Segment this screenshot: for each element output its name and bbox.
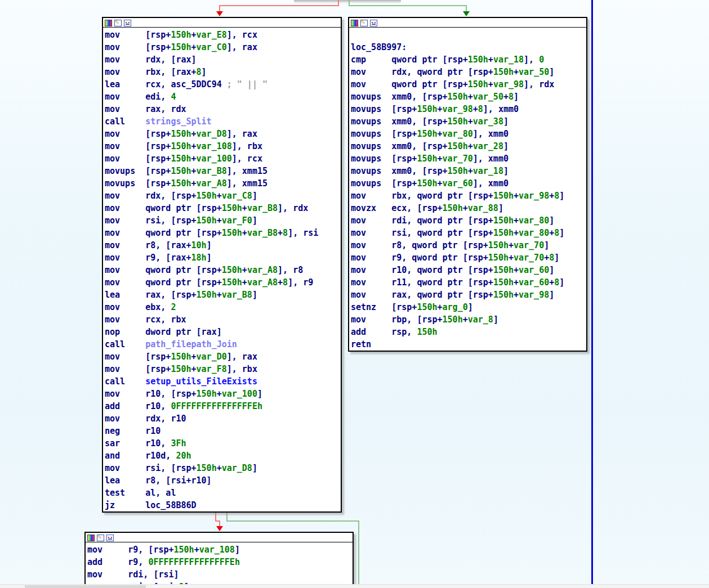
asm-line[interactable]: mov r10, [rsp+150h+var_100] — [105, 388, 341, 400]
asm-token: 150h — [197, 290, 217, 300]
asm-line[interactable]: mov rsi, [rsp+150h+var_F0] — [105, 214, 341, 227]
asm-line[interactable]: movups [rsp+150h+var_60], xmm0 — [351, 177, 586, 190]
asm-line[interactable]: test al, al — [105, 487, 341, 499]
asm-line[interactable]: mov rbp, [rsp+150h+var_8] — [351, 313, 586, 326]
asm-line[interactable]: loc_58B997: — [351, 41, 586, 53]
basic-block-top-left[interactable]: mov [rsp+150h+var_E8], rcxmov [rsp+150h+… — [102, 17, 342, 513]
horizontal-scrollbar[interactable] — [0, 584, 709, 588]
asm-line[interactable]: cmp qword ptr [rsp+150h+var_18], 0 — [351, 53, 586, 66]
node-color-icon[interactable] — [87, 535, 95, 541]
asm-line[interactable]: mov rdx, [rax] — [105, 53, 341, 66]
asm-token: + — [503, 92, 509, 102]
asm-line[interactable]: movups [rsp+150h+var_B8], xmm15 — [105, 165, 341, 177]
basic-block-bottom[interactable]: mov r9, [rsp+150h+var_108]add r9, 0FFFFF… — [84, 532, 354, 588]
asm-line[interactable]: setnz [rsp+150h+arg_0] — [351, 301, 586, 313]
asm-line[interactable]: movups [rsp+150h+var_80], xmm0 — [351, 128, 586, 140]
asm-token: var_100 — [222, 389, 257, 399]
asm-token: + — [488, 79, 493, 89]
asm-line[interactable]: mov rsi, qword ptr [rsp+150h+var_80+8] — [351, 227, 586, 239]
asm-line[interactable]: mov rdx, qword ptr [rsp+150h+var_50] — [351, 66, 586, 78]
asm-token: ], xmm15 — [227, 178, 267, 188]
asm-line[interactable]: mov rsi, [rsp+150h+var_D8] — [105, 462, 341, 474]
asm-line[interactable]: mov r9, qword ptr [rsp+150h+var_70+8] — [351, 252, 586, 264]
asm-line[interactable]: mov rax, qword ptr [rsp+150h+var_98] — [351, 289, 586, 301]
asm-line[interactable]: add r9, 0FFFFFFFFFFFFFFFEh — [87, 556, 353, 568]
asm-token: ] — [549, 265, 554, 275]
asm-line[interactable]: mov rdx, [rsp+150h+var_C8] — [105, 190, 341, 202]
asm-line[interactable]: call path_filepath_Join — [105, 338, 341, 351]
asm-line[interactable]: call setup_utils_FileExists — [105, 375, 341, 388]
asm-line[interactable]: mov [rsp+150h+var_F8], rbx — [105, 363, 341, 375]
asm-token: ; " || " — [227, 79, 267, 89]
asm-line[interactable]: mov r9, [rsp+150h+var_108] — [87, 544, 353, 556]
asm-line[interactable]: retn — [351, 338, 586, 351]
asm-line[interactable]: mov edi, 4 — [105, 91, 341, 103]
asm-line[interactable]: mov r8, qword ptr [rsp+150h+var_70] — [351, 239, 586, 252]
asm-line[interactable]: mov [rsp+150h+var_E8], rcx — [105, 29, 341, 41]
asm-line[interactable]: lea r8, [rsi+r10] — [105, 474, 341, 487]
asm-line[interactable]: mov [rsp+150h+var_108], rbx — [105, 140, 341, 152]
asm-line[interactable]: movups xmm0, [rsp+150h+var_28] — [351, 140, 586, 152]
asm-line[interactable]: mov r9, [rax+18h] — [105, 252, 341, 264]
asm-token: + — [514, 277, 519, 288]
asm-line[interactable]: movzx ecx, [rsp+150h+var_88] — [351, 202, 586, 214]
graph-view[interactable]: mov [rsp+150h+var_E8], rcxmov [rsp+150h+… — [0, 0, 709, 588]
asm-line[interactable]: nop dword ptr [rax] — [105, 326, 341, 338]
asm-line[interactable]: movups xmm0, [rsp+150h+var_38] — [351, 115, 586, 128]
asm-token: var_50 — [519, 67, 549, 77]
group-node-icon[interactable] — [124, 20, 131, 26]
asm-line[interactable]: lea rax, [rsp+150h+var_B8] — [105, 289, 341, 301]
asm-line[interactable]: neg r10 — [105, 425, 341, 437]
asm-line[interactable]: mov [rsp+150h+var_100], rcx — [105, 152, 341, 165]
asm-line[interactable]: mov [rsp+150h+var_D8], rax — [105, 128, 341, 140]
asm-line[interactable]: mov rcx, rbx — [105, 313, 341, 326]
asm-line[interactable]: mov rbx, [rax+8] — [105, 66, 341, 78]
asm-line[interactable]: movups xmm0, [rsp+150h+var_50+8] — [351, 91, 586, 103]
asm-line[interactable]: mov r8, [rax+10h] — [105, 239, 341, 252]
node-color-icon[interactable] — [105, 20, 112, 26]
asm-line[interactable]: mov rdi, qword ptr [rsp+150h+var_80] — [351, 214, 586, 227]
asm-line[interactable]: mov qword ptr [rsp+150h+var_A8], r8 — [105, 264, 341, 276]
asm-line[interactable]: mov rdx, r10 — [105, 412, 341, 425]
asm-line[interactable]: movups [rsp+150h+var_A8], xmm15 — [105, 177, 341, 190]
asm-line[interactable]: add rsp, 150h — [351, 326, 586, 338]
asm-line[interactable]: mov ebx, 2 — [105, 301, 341, 313]
asm-token: + — [514, 216, 519, 226]
edit-node-icon[interactable] — [114, 20, 122, 26]
group-node-icon[interactable] — [106, 535, 114, 541]
asm-line[interactable]: mov qword ptr [rsp+150h+var_98], rdx — [351, 78, 586, 91]
basic-block-loc-58B997[interactable]: loc_58B997:cmp qword ptr [rsp+150h+var_1… — [348, 17, 587, 352]
asm-line[interactable]: mov rdi, [rsi] — [87, 568, 353, 581]
asm-line[interactable]: mov qword ptr [rsp+150h+var_B8], rdx — [105, 202, 341, 214]
asm-line[interactable] — [351, 29, 586, 41]
asm-line[interactable]: mov qword ptr [rsp+150h+var_B8+8], rsi — [105, 227, 341, 239]
asm-line[interactable]: movups [rsp+150h+var_98+8], xmm0 — [351, 103, 586, 115]
asm-token: + — [242, 277, 247, 288]
asm-line[interactable]: movups xmm0, [rsp+150h+var_18] — [351, 165, 586, 177]
asm-line[interactable]: call strings_Split — [105, 115, 341, 128]
asm-line[interactable]: movups [rsp+150h+var_70], xmm0 — [351, 152, 586, 165]
asm-line[interactable]: mov r11, qword ptr [rsp+150h+var_60+8] — [351, 276, 586, 289]
asm-token: mov rax, qword ptr [rsp+ — [351, 290, 493, 300]
asm-line[interactable]: mov rbx, qword ptr [rsp+150h+var_98+8] — [351, 190, 586, 202]
asm-line[interactable]: jz loc_58B86D — [105, 499, 341, 511]
asm-line[interactable]: mov rax, rdx — [105, 103, 341, 115]
asm-line[interactable]: mov r10, qword ptr [rsp+150h+var_60] — [351, 264, 586, 276]
asm-line[interactable]: mov qword ptr [rsp+150h+var_A8+8], r9 — [105, 276, 341, 289]
edit-node-icon[interactable] — [360, 20, 368, 26]
asm-line[interactable]: sar r10, 3Fh — [105, 437, 341, 450]
asm-token: mov r9, [rsp+ — [87, 545, 174, 555]
asm-token: mov [rsp+ — [105, 42, 171, 52]
asm-token: 150h — [448, 92, 468, 102]
edit-node-icon[interactable] — [97, 535, 104, 541]
asm-line[interactable]: and r10d, 20h — [105, 450, 341, 462]
asm-token: 150h — [443, 315, 463, 325]
group-node-icon[interactable] — [370, 20, 377, 26]
asm-line[interactable]: add r10, 0FFFFFFFFFFFFFFFEh — [105, 400, 341, 412]
node-color-icon[interactable] — [351, 20, 358, 26]
asm-token: 150h — [488, 240, 509, 250]
scrollbar-thumb[interactable] — [25, 585, 146, 588]
asm-line[interactable]: mov [rsp+150h+var_C0], rax — [105, 41, 341, 53]
asm-line[interactable]: mov [rsp+150h+var_D0], rax — [105, 351, 341, 363]
asm-line[interactable]: lea rcx, asc_5DDC94 ; " || " — [105, 78, 341, 91]
